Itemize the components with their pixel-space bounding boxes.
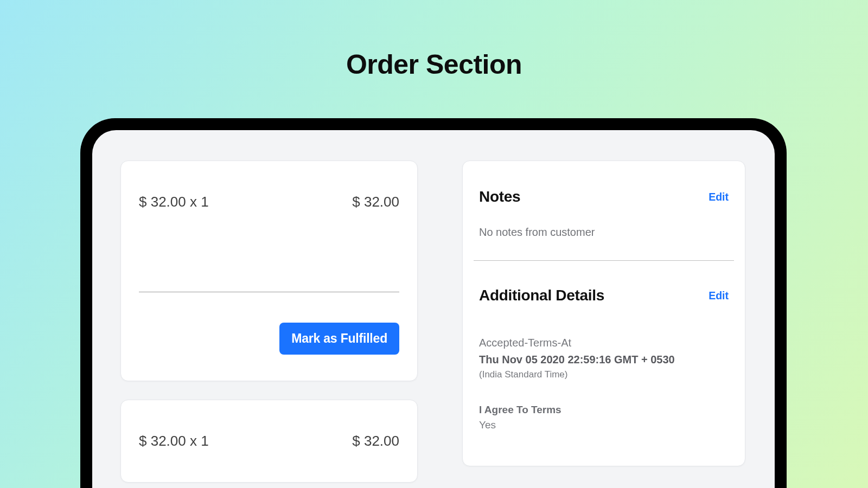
page-title: Order Section bbox=[0, 0, 868, 80]
divider bbox=[474, 260, 734, 261]
notes-empty-text: No notes from customer bbox=[479, 226, 729, 239]
notes-title: Notes bbox=[479, 188, 520, 206]
agree-terms-block: I Agree To Terms Yes bbox=[479, 404, 729, 431]
line-item-total: $ 32.00 bbox=[352, 194, 399, 210]
details-card: Notes Edit No notes from customer Additi… bbox=[462, 160, 745, 466]
accepted-terms-timezone: (India Standard Time) bbox=[479, 369, 729, 380]
order-card: $ 32.00 x 1 $ 32.00 bbox=[120, 400, 418, 483]
notes-header: Notes Edit bbox=[479, 188, 729, 206]
edit-notes-button[interactable]: Edit bbox=[709, 191, 729, 203]
mark-fulfilled-button[interactable]: Mark as Fulfilled bbox=[279, 323, 399, 355]
divider bbox=[139, 292, 399, 292]
line-item-total: $ 32.00 bbox=[352, 433, 399, 450]
agree-terms-value: Yes bbox=[479, 419, 729, 431]
orders-column: $ 32.00 x 1 $ 32.00 Mark as Fulfilled $ … bbox=[120, 160, 418, 488]
accepted-terms-label: Accepted-Terms-At bbox=[479, 337, 729, 349]
device-screen: $ 32.00 x 1 $ 32.00 Mark as Fulfilled $ … bbox=[92, 130, 775, 488]
accepted-terms-value: Thu Nov 05 2020 22:59:16 GMT + 0530 bbox=[479, 354, 729, 366]
device-frame: $ 32.00 x 1 $ 32.00 Mark as Fulfilled $ … bbox=[80, 118, 787, 488]
order-card: $ 32.00 x 1 $ 32.00 Mark as Fulfilled bbox=[120, 160, 418, 381]
line-item-row: $ 32.00 x 1 $ 32.00 bbox=[139, 194, 399, 210]
line-item-price-qty: $ 32.00 x 1 bbox=[139, 433, 209, 450]
edit-additional-button[interactable]: Edit bbox=[709, 290, 729, 302]
line-item-row: $ 32.00 x 1 $ 32.00 bbox=[139, 433, 399, 450]
additional-header: Additional Details Edit bbox=[479, 287, 729, 304]
details-column: Notes Edit No notes from customer Additi… bbox=[462, 160, 745, 488]
agree-terms-label: I Agree To Terms bbox=[479, 404, 729, 416]
button-row: Mark as Fulfilled bbox=[139, 323, 399, 355]
line-item-price-qty: $ 32.00 x 1 bbox=[139, 194, 209, 210]
additional-title: Additional Details bbox=[479, 287, 604, 304]
accepted-terms-block: Accepted-Terms-At Thu Nov 05 2020 22:59:… bbox=[479, 337, 729, 380]
